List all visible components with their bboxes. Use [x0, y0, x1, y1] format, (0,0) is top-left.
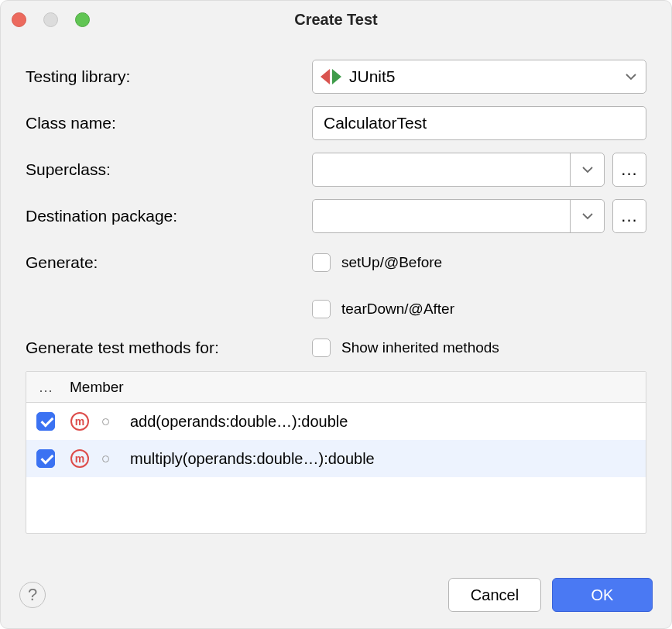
member-checkbox[interactable] [36, 412, 55, 431]
show-inherited-label: Show inherited methods [341, 339, 499, 356]
member-label: multiply(operands:double…):double [116, 450, 375, 468]
members-header-check[interactable]: … [26, 379, 65, 396]
class-name-label: Class name: [26, 114, 312, 132]
member-checkbox[interactable] [36, 449, 55, 468]
superclass-dropdown-button[interactable] [570, 153, 604, 186]
junit-icon [321, 69, 341, 84]
generate-label: Generate: [26, 253, 312, 272]
window-controls [12, 12, 90, 27]
destination-package-label: Destination package: [26, 207, 312, 225]
close-window-button[interactable] [12, 12, 26, 27]
members-table-header: … Member [26, 372, 646, 403]
dialog-footer: ? Cancel OK [1, 568, 671, 628]
chevron-down-icon [626, 70, 636, 83]
superclass-label: Superclass: [26, 160, 312, 179]
testing-library-label: Testing library: [26, 67, 312, 86]
titlebar: Create Test [1, 1, 671, 38]
generate-test-methods-label: Generate test methods for: [26, 339, 312, 357]
destination-package-combo[interactable] [312, 199, 605, 233]
members-table: … Member m add(operands:double…):double … [26, 371, 646, 534]
destination-package-dropdown-button[interactable] [570, 200, 604, 232]
destination-package-browse-button[interactable]: ... [612, 199, 646, 233]
minimize-window-button [43, 12, 58, 27]
teardown-checkbox-label: tearDown/@After [341, 301, 454, 318]
testing-library-combo[interactable]: JUnit5 [312, 60, 646, 94]
setup-checkbox[interactable] [312, 253, 331, 272]
table-row[interactable]: m add(operands:double…):double [26, 403, 646, 440]
create-test-dialog: Create Test Testing library: JUnit5 [0, 0, 672, 629]
visibility-icon [102, 455, 109, 462]
setup-checkbox-label: setUp/@Before [341, 254, 442, 271]
help-button[interactable]: ? [19, 582, 46, 608]
show-inherited-checkbox[interactable] [312, 339, 331, 357]
visibility-icon [102, 418, 109, 425]
cancel-button[interactable]: Cancel [448, 578, 541, 612]
superclass-combo[interactable] [312, 153, 605, 187]
form-grid: Testing library: JUnit5 Class name: [26, 60, 646, 357]
zoom-window-button[interactable] [75, 12, 90, 27]
members-header-member[interactable]: Member [65, 379, 124, 396]
member-label: add(operands:double…):double [116, 413, 348, 431]
ok-button[interactable]: OK [552, 578, 653, 612]
class-name-input[interactable] [322, 113, 636, 133]
method-icon: m [70, 449, 89, 468]
testing-library-value: JUnit5 [349, 67, 396, 86]
superclass-browse-button[interactable]: ... [612, 153, 646, 187]
dialog-title: Create Test [1, 11, 671, 29]
class-name-input-wrapper [312, 106, 646, 140]
dialog-content: Testing library: JUnit5 Class name: [1, 38, 671, 568]
table-row[interactable]: m multiply(operands:double…):double [26, 440, 646, 477]
method-icon: m [70, 412, 89, 431]
teardown-checkbox[interactable] [312, 300, 331, 318]
